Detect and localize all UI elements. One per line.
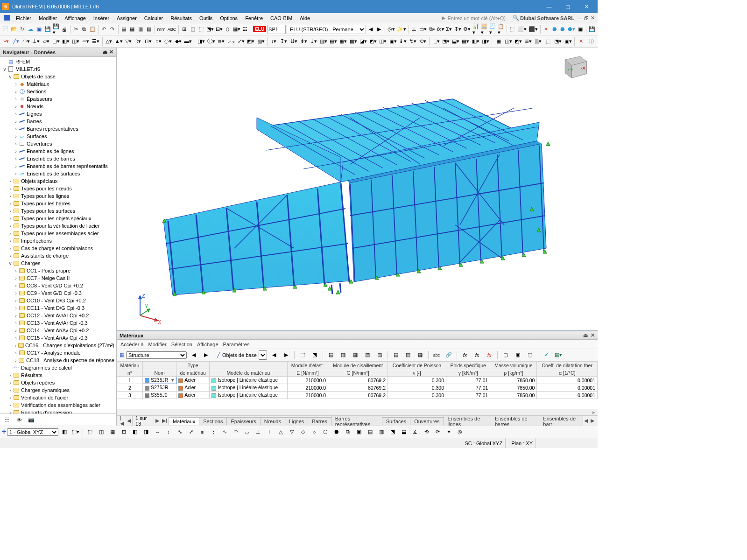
ml-icon[interactable]: ⟲▾ (418, 36, 427, 47)
tool-h-button[interactable]: ☷ (242, 24, 249, 35)
objets-combo[interactable] (259, 350, 267, 360)
report-icon[interactable]: 🧾▾ (489, 24, 496, 35)
member-icon[interactable]: ⊥▾ (32, 36, 41, 47)
support-c-icon[interactable]: ▽▾ (124, 36, 133, 47)
dl2-icon[interactable]: ▤▾ (329, 36, 338, 47)
res4-icon[interactable]: ▦▾ (461, 36, 470, 47)
tree-cc-6[interactable]: ›CC12 - Vent Av/Ar Cpi +0.2 (0, 312, 116, 319)
support-b-icon[interactable]: ▲▾ (114, 36, 123, 47)
scope-icon[interactable]: ✦ (543, 24, 550, 35)
tree-obj-8[interactable]: ›Ouvertures (0, 140, 116, 147)
surface-icon[interactable]: ▱▾ (42, 36, 50, 47)
doc-icon[interactable]: 📋▾ (497, 24, 505, 35)
save2-icon[interactable]: 💾 (588, 24, 596, 35)
bt-tool-21-icon[interactable]: ⬡ (320, 427, 331, 437)
arc-icon[interactable]: ◠▾ (22, 36, 31, 47)
tree-tail-3[interactable]: ›Charges dynamiques (0, 386, 116, 394)
bt-tool-20-icon[interactable]: ○ (309, 427, 319, 437)
tab-6[interactable]: Barres représentatives (331, 415, 382, 426)
mat-icon[interactable]: ◨▾ (197, 36, 205, 47)
bt-tool-30-icon[interactable]: ⟲ (421, 427, 431, 437)
del-icon[interactable]: ✕ (577, 36, 585, 47)
menu-affichage[interactable]: Affichage (61, 14, 90, 22)
nav-mode-eye-icon[interactable]: 👁 (14, 415, 24, 425)
spring-icon[interactable]: ⌇▾ (134, 36, 143, 47)
tree-obj-11[interactable]: ›Ensembles de barres représentatifs (0, 162, 116, 170)
bt-tool-2-icon[interactable]: ▦ (107, 427, 118, 437)
tbl-f1-icon[interactable]: ▢ (500, 350, 511, 360)
tree-obj-0[interactable]: ›◆Matériaux (0, 80, 116, 88)
table-row[interactable]: 1 S235JR ▾ Acier Isotrope | Linéaire éla… (117, 377, 598, 384)
bt-tool-10-icon[interactable]: ≡ (197, 427, 207, 437)
tab-9[interactable]: Ensembles de lignes (444, 415, 491, 426)
tree-obj-1[interactable]: ›ⒾSections (0, 88, 116, 95)
fx-button[interactable]: fx▾ (437, 24, 444, 35)
bt-tool-22-icon[interactable]: ⬣ (331, 427, 342, 437)
structure-combo[interactable]: Structure (126, 351, 187, 359)
bt-tool-29-icon[interactable]: ∡ (410, 427, 420, 437)
cube-b-icon[interactable]: ⬣ (559, 24, 567, 35)
tab-10[interactable]: Ensembles de barres (491, 415, 539, 426)
tbl-c4-icon[interactable]: ▧ (362, 350, 373, 360)
bt-tool-0-icon[interactable]: ⬚ (85, 427, 95, 437)
loadcase-combo[interactable]: ELU (STR/GEO) - Permane… (287, 25, 366, 34)
tree-tail-4[interactable]: ›Vérification de l'acier (0, 394, 116, 401)
bt-tool-12-icon[interactable]: ∿ (219, 427, 230, 437)
setline-icon[interactable]: ═▾ (81, 36, 90, 47)
render-c-icon[interactable]: ⬛▾ (528, 24, 538, 35)
tree-cc-3[interactable]: ›CC9 - Vent G/D Cpi -0.3 (0, 289, 116, 297)
tool-e-button[interactable]: ⊟▾ (215, 24, 223, 35)
sl1-icon[interactable]: ◪▾ (359, 36, 367, 47)
cut-button[interactable]: ✂ (72, 24, 79, 35)
tree-tail-5[interactable]: ›Vérification des assemblages acier (0, 401, 116, 409)
menu-cao-bim[interactable]: CAO-BIM (267, 14, 296, 22)
tab-5[interactable]: Barres (308, 417, 331, 425)
tree-cc-7[interactable]: ›CC13 - Vent Av/Ar Cpi -0.3 (0, 319, 116, 327)
cut-icon[interactable]: ⟋▾ (226, 36, 235, 47)
tmenu-Modifier[interactable]: Modifier (148, 342, 167, 347)
menu-fenêtre[interactable]: Fenêtre (241, 14, 267, 22)
pg-last-button[interactable]: ▶| (161, 418, 169, 424)
doc-restore-button[interactable]: 🗗 (583, 15, 589, 21)
bt-tool-19-icon[interactable]: ◇ (298, 427, 308, 437)
app-menu-icon[interactable] (2, 14, 12, 22)
bt-tool-6-icon[interactable]: ↔ (152, 427, 162, 437)
cloud-button[interactable]: ☁ (27, 24, 35, 35)
render-b-icon[interactable]: ⬜▾ (517, 24, 527, 35)
open-button[interactable]: 📂 (10, 24, 18, 35)
sl2-icon[interactable]: ◩▾ (369, 36, 378, 47)
bt-tool-13-icon[interactable]: ◠ (231, 427, 241, 437)
doc-close-button[interactable]: ✕ (589, 15, 596, 21)
tree-cc-0[interactable]: ›CC1 - Poids propre (0, 267, 116, 274)
tab-7[interactable]: Surfaces (382, 417, 410, 425)
tree-mid-2[interactable]: ›Types pour les lignes (0, 192, 116, 200)
tab-3[interactable]: Nœuds (260, 417, 285, 425)
menu-calculer[interactable]: Calculer (141, 14, 167, 22)
misc1-icon[interactable]: ◩▾ (247, 36, 255, 47)
tree-mid-0[interactable]: ›Objets spéciaux (0, 177, 116, 185)
bt-tool-23-icon[interactable]: ⧉ (343, 427, 353, 437)
tbl-next2-button[interactable]: ▶ (281, 350, 291, 360)
tree-obj-9[interactable]: ›Ensembles de lignes (0, 147, 116, 155)
loads-button[interactable]: ↧▾ (454, 24, 462, 35)
sl4-icon[interactable]: ▣▾ (388, 36, 397, 47)
bt-tool-33-icon[interactable]: ◎ (455, 427, 465, 437)
nav-display-button[interactable]: ▦ (128, 24, 136, 35)
model-viewport[interactable]: +Y -X Z X Y (117, 48, 598, 330)
npl-icon[interactable]: ⊓▾ (144, 36, 153, 47)
thick-icon[interactable]: ≋▾ (217, 36, 226, 47)
bt-tool-5-icon[interactable]: ◨ (141, 427, 151, 437)
tab-1[interactable]: Sections (199, 417, 227, 425)
chart-button[interactable]: 📊▾ (472, 24, 479, 35)
tree-cc-5[interactable]: ›CC11 - Vent D/G Cpi -0.3 (0, 304, 116, 312)
bt-tool-1-icon[interactable]: ◫ (96, 427, 106, 437)
bt-tool-25-icon[interactable]: ▤ (365, 427, 375, 437)
tree-cc-9[interactable]: ›CC15 - Vent Ar/Av Cpi -0.3 (0, 334, 116, 342)
gear-tool-icon[interactable]: ⚙▾ (463, 24, 471, 35)
tbl-f3-icon[interactable]: ⬚ (525, 350, 535, 360)
tree-obj-3[interactable]: ›Nœuds (0, 103, 116, 110)
tbl-c3-icon[interactable]: ▦ (350, 350, 360, 360)
bt-tool-26-icon[interactable]: ▥ (376, 427, 387, 437)
tmenu-Paramètres[interactable]: Paramètres (223, 342, 250, 347)
search-icon[interactable]: 🔍 (512, 15, 520, 21)
